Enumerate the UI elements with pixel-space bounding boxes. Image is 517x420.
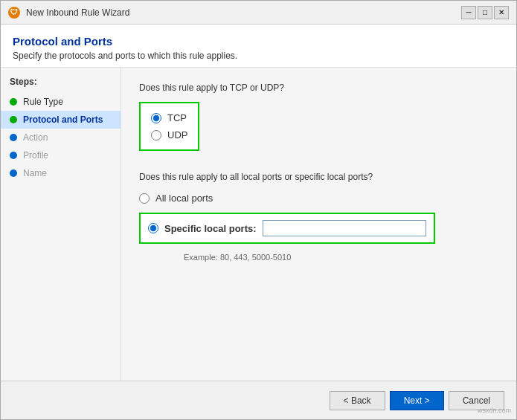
maximize-button[interactable]: □: [478, 6, 492, 19]
window-icon: 🛡: [8, 7, 20, 19]
window-title: New Inbound Rule Wizard: [26, 7, 455, 18]
specific-ports-radio[interactable]: [148, 223, 158, 233]
title-bar: 🛡 New Inbound Rule Wizard ─ □ ✕: [1, 1, 516, 25]
back-button[interactable]: < Back: [330, 391, 385, 410]
all-ports-row: All local ports: [139, 191, 498, 205]
all-ports-radio[interactable]: [139, 193, 150, 204]
specific-ports-label: Specific local ports:: [164, 223, 257, 234]
step-pending-icon: [10, 134, 17, 141]
all-ports-label: All local ports: [155, 193, 213, 204]
steps-label: Steps:: [1, 77, 121, 93]
specific-ports-input[interactable]: [263, 220, 426, 236]
sidebar-profile-label: Profile: [23, 150, 48, 161]
udp-radio[interactable]: [151, 130, 161, 140]
sidebar-item-rule-type[interactable]: Rule Type: [1, 93, 121, 111]
ports-question: Does this rule apply to all local ports …: [139, 172, 498, 182]
next-button[interactable]: Next >: [390, 391, 444, 410]
step-pending-icon2: [10, 152, 17, 159]
main-content: Does this rule apply to TCP or UDP? TCP …: [121, 68, 516, 381]
page-subtitle: Specify the protocols and ports to which…: [13, 51, 504, 61]
ports-example: Example: 80, 443, 5000-5010: [139, 253, 498, 262]
udp-option[interactable]: UDP: [151, 129, 187, 140]
cancel-button[interactable]: Cancel: [449, 391, 504, 410]
close-button[interactable]: ✕: [494, 6, 509, 19]
all-ports-option[interactable]: All local ports: [139, 193, 213, 204]
step-done-icon: [10, 98, 17, 106]
tcp-udp-question: Does this rule apply to TCP or UDP?: [139, 83, 498, 93]
wizard-window: 🛡 New Inbound Rule Wizard ─ □ ✕ Protocol…: [0, 0, 517, 420]
sidebar-item-profile[interactable]: Profile: [1, 146, 121, 164]
sidebar-item-name[interactable]: Name: [1, 164, 121, 182]
sidebar-item-protocol-ports[interactable]: Protocol and Ports: [1, 111, 121, 129]
window-controls: ─ □ ✕: [461, 6, 509, 19]
ports-section: Does this rule apply to all local ports …: [139, 172, 498, 262]
sidebar-rule-type-label: Rule Type: [23, 97, 63, 107]
sidebar: Steps: Rule Type Protocol and Ports Acti…: [1, 68, 121, 381]
content-area: Steps: Rule Type Protocol and Ports Acti…: [1, 68, 516, 381]
step-active-icon: [10, 116, 17, 123]
specific-ports-row: Specific local ports:: [139, 213, 435, 244]
step-pending-icon3: [10, 169, 17, 177]
ports-radio-group: All local ports Specific local ports: Ex…: [139, 191, 498, 262]
tcp-label: TCP: [167, 112, 187, 123]
tcp-udp-radio-group: TCP UDP: [139, 102, 199, 151]
page-header: Protocol and Ports Specify the protocols…: [1, 25, 516, 68]
sidebar-name-label: Name: [23, 168, 47, 178]
sidebar-item-action[interactable]: Action: [1, 129, 121, 146]
minimize-button[interactable]: ─: [461, 6, 476, 19]
page-title: Protocol and Ports: [13, 35, 504, 48]
udp-label: UDP: [167, 129, 187, 140]
tcp-radio[interactable]: [151, 113, 161, 123]
sidebar-protocol-ports-label: Protocol and Ports: [23, 114, 103, 125]
tcp-option[interactable]: TCP: [151, 112, 187, 123]
footer: < Back Next > Cancel: [1, 381, 516, 419]
sidebar-action-label: Action: [23, 132, 48, 143]
specific-ports-option[interactable]: Specific local ports:: [148, 223, 257, 234]
